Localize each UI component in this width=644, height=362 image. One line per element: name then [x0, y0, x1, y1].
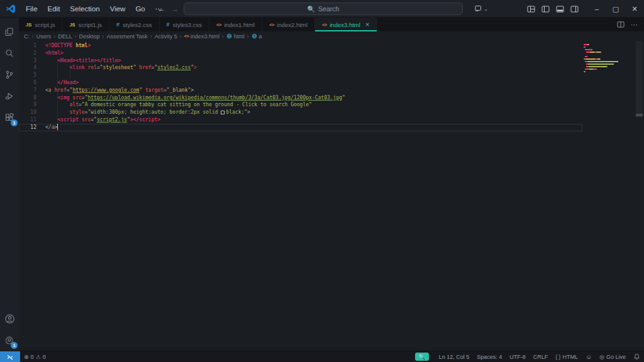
breadcrumb-item-desktop[interactable]: Desktop: [79, 33, 100, 40]
menu-selection[interactable]: Selection: [65, 3, 104, 15]
tab-index1.html[interactable]: <>index1.html: [209, 18, 262, 31]
smiley-icon: ☺: [586, 353, 592, 360]
breadcrumb-label: a: [259, 33, 262, 40]
breadcrumb-item-users[interactable]: Users: [36, 33, 52, 40]
line-number: 10: [19, 109, 36, 116]
source-control-icon[interactable]: [0, 64, 19, 85]
tab-script.js[interactable]: JSscript.js: [19, 18, 62, 31]
editor-scrollbar-thumb[interactable]: [636, 114, 643, 116]
code-line-2[interactable]: 2<html>: [19, 50, 582, 57]
line-text: <!DOCTYPE html>: [45, 42, 91, 50]
breadcrumb-label: Desktop: [79, 33, 100, 40]
split-editor-icon[interactable]: [617, 21, 625, 28]
breadcrumb-label: Assesment Task: [106, 33, 147, 40]
chevron-right-icon: ›: [103, 33, 104, 40]
remote-indicator[interactable]: [0, 351, 20, 362]
code-line-11[interactable]: 11 <script src="script2.js"></script>: [19, 116, 582, 124]
status-cursor-position[interactable]: Ln 12, Col 5: [435, 351, 474, 362]
window-close-button[interactable]: ✕: [625, 0, 644, 18]
breadcrumb-label: html: [234, 33, 245, 40]
code-line-8[interactable]: 8 <img src="https://upload.wikimedia.org…: [19, 94, 582, 102]
code-line-4[interactable]: 4 <link rel="stylesheet" href="styles2.c…: [19, 64, 582, 72]
status-bar: ⊗ 0 ⚠ 0 🔍Ln 12, Col 5Spaces: 4UTF-8CRLF{…: [0, 351, 644, 362]
warning-icon: ⚠: [36, 354, 41, 360]
breadcrumb-item-a[interactable]: a: [252, 33, 262, 40]
menu-go[interactable]: Go: [130, 3, 150, 15]
command-center-search[interactable]: 🔍 Search: [184, 3, 463, 15]
braces-icon: { }: [555, 354, 560, 360]
tab-label: index1.html: [224, 21, 255, 28]
menu-file[interactable]: File: [21, 3, 43, 15]
editor-scrollbar[interactable]: [636, 41, 643, 118]
status-cursor-position-label: Ln 12, Col 5: [439, 354, 470, 360]
nav-back-icon[interactable]: ←: [157, 4, 165, 14]
launch-profile-button[interactable]: ⌄: [474, 4, 488, 13]
toggle-primary-sidebar-icon[interactable]: [541, 5, 550, 13]
menu-view[interactable]: View: [105, 3, 131, 15]
chevron-right-icon: ›: [32, 33, 34, 40]
window-maximize-button[interactable]: ▢: [606, 0, 625, 18]
menu-edit[interactable]: Edit: [43, 3, 65, 15]
status-language-mode[interactable]: { }HTML: [552, 351, 582, 362]
code-line-10[interactable]: 10 style="width:300px; height:auto; bord…: [19, 109, 582, 116]
tab-index3.html[interactable]: <>index3.html✕: [315, 18, 377, 31]
line-text: <a href="https://www.google.com" target=…: [45, 87, 194, 94]
code-line-1[interactable]: 1<!DOCTYPE html>: [19, 42, 582, 50]
tab-bar: JSscript.jsJSscript1.js#styles2.css#styl…: [19, 18, 644, 31]
breadcrumb-item-dell[interactable]: DELL: [58, 33, 72, 40]
line-number: 5: [19, 72, 36, 79]
toggle-panel-icon[interactable]: [556, 5, 564, 13]
minimap[interactable]: [584, 43, 634, 73]
search-icon[interactable]: [0, 43, 19, 64]
css-file-icon: #: [167, 21, 170, 28]
status-go-live[interactable]: ◎Go Live: [596, 351, 630, 362]
code-line-5[interactable]: 5: [19, 72, 582, 79]
explorer-icon[interactable]: [0, 21, 19, 43]
code-line-12[interactable]: 12</a>: [19, 124, 582, 131]
status-screen-reader-search[interactable]: 🔍: [411, 351, 435, 362]
chevron-right-icon: ›: [180, 33, 182, 40]
breadcrumb-item-html[interactable]: html: [226, 33, 245, 40]
status-feedback[interactable]: ☺: [582, 351, 596, 362]
status-indentation[interactable]: Spaces: 4: [473, 351, 506, 362]
chevron-right-icon: ›: [247, 33, 249, 40]
status-notifications[interactable]: [630, 351, 644, 362]
nav-forward-icon[interactable]: →: [170, 4, 179, 14]
status-go-live-label: Go Live: [606, 354, 626, 360]
breadcrumb-item-c-[interactable]: C:: [24, 33, 30, 40]
status-encoding[interactable]: UTF-8: [506, 351, 530, 362]
breadcrumb-item-activity-5[interactable]: Activity 5: [155, 33, 177, 40]
toggle-secondary-sidebar-icon[interactable]: [570, 5, 579, 13]
html-file-icon: <>: [216, 22, 221, 28]
breadcrumb-item-assesment-task[interactable]: Assesment Task: [106, 33, 147, 40]
tab-styles2.css[interactable]: #styles2.css: [109, 18, 159, 31]
code-line-6[interactable]: 6 </Head>: [19, 79, 582, 87]
broadcast-icon: ◎: [599, 354, 604, 360]
customize-layout-icon[interactable]: [527, 5, 535, 13]
breadcrumb: C:›Users›DELL›Desktop›Assesment Task›Act…: [19, 31, 644, 41]
tab-close-icon[interactable]: ✕: [365, 21, 370, 28]
extensions-badge: 1: [11, 119, 18, 126]
settings-icon[interactable]: 1: [0, 329, 19, 351]
extensions-icon[interactable]: 1: [0, 107, 19, 128]
code-line-9[interactable]: 9 alt="A domestic orange tabby cat sitti…: [19, 101, 582, 109]
run-debug-icon[interactable]: [0, 85, 19, 107]
remote-icon: [6, 353, 14, 361]
tab-script1.js[interactable]: JSscript1.js: [62, 18, 109, 31]
code-area[interactable]: 1<!DOCTYPE html>2<html>3 <Head><title></…: [19, 42, 582, 131]
account-icon[interactable]: [0, 308, 19, 329]
color-swatch-black[interactable]: [221, 111, 225, 114]
editor-pane[interactable]: 1<!DOCTYPE html>2<html>3 <Head><title></…: [19, 41, 644, 351]
status-eol[interactable]: CRLF: [530, 351, 552, 362]
editor-more-actions-icon[interactable]: ⋯: [631, 21, 638, 29]
window-minimize-button[interactable]: –: [587, 0, 606, 18]
tab-index2.html[interactable]: <>index2.html: [262, 18, 315, 31]
tab-styles3.css[interactable]: #styles3.css: [160, 18, 209, 31]
chevron-right-icon: ›: [150, 33, 152, 40]
breadcrumb-item-index3-html[interactable]: <>index3.html: [184, 33, 219, 40]
code-line-3[interactable]: 3 <Head><title></title>: [19, 57, 582, 65]
line-number: 8: [19, 94, 36, 102]
code-line-7[interactable]: 7<a href="https://www.google.com" target…: [19, 87, 582, 94]
line-text: <Head><title></title>: [45, 57, 121, 65]
problems-indicator[interactable]: ⊗ 0 ⚠ 0: [20, 351, 50, 362]
